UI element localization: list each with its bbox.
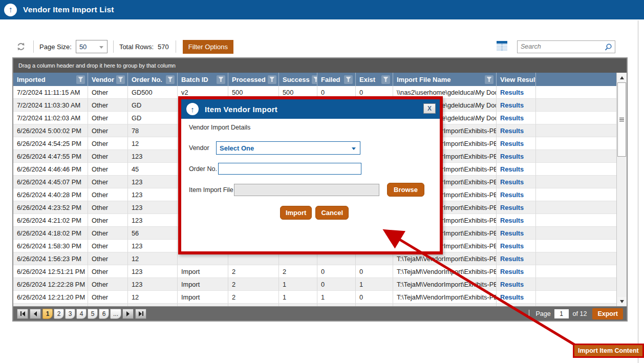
column-header-batch-id[interactable]: Batch ID: [178, 73, 228, 86]
results-link[interactable]: Results: [500, 268, 524, 275]
page-count-label: of 12: [573, 310, 587, 317]
column-header-order-no-[interactable]: Order No.: [128, 73, 178, 86]
column-header-vendor[interactable]: Vendor: [88, 73, 128, 86]
cell-imported: 6/26/2024 4:40:28 PM: [13, 188, 88, 201]
filter-icon[interactable]: [485, 75, 493, 84]
results-link[interactable]: Results: [500, 140, 524, 147]
results-link[interactable]: Results: [500, 114, 524, 122]
table-row[interactable]: 6/26/2024 12:51:21 PMOther123Import2200T…: [13, 265, 616, 278]
results-link[interactable]: Results: [500, 217, 524, 224]
results-link[interactable]: Results: [500, 178, 524, 186]
results-link[interactable]: Results: [500, 165, 524, 173]
results-link[interactable]: Results: [500, 89, 524, 96]
cell-vendor: Other: [88, 240, 128, 252]
scroll-up-icon[interactable]: [617, 73, 627, 82]
cell-order-no: 12: [128, 291, 178, 304]
cell-imported: 6/26/2024 12:22:28 PM: [13, 278, 88, 291]
group-by-bar[interactable]: Drag a column header and drop it here to…: [13, 58, 627, 73]
page-button-4[interactable]: 4: [76, 309, 87, 319]
results-link[interactable]: Results: [500, 204, 524, 211]
page-size-select[interactable]: 50: [76, 40, 108, 53]
cell-view-results: Results: [497, 188, 536, 201]
cell-view-results: Results: [497, 86, 536, 99]
results-link[interactable]: Results: [500, 255, 524, 263]
browse-button[interactable]: Browse: [387, 183, 424, 197]
results-link[interactable]: Results: [500, 101, 524, 109]
filter-icon[interactable]: [116, 75, 125, 84]
page-button-5[interactable]: 5: [88, 309, 98, 319]
order-no-input[interactable]: [218, 163, 361, 175]
toolbar: Page Size: 50 Total Rows: 570 Filter Opt…: [12, 39, 615, 54]
page-button-6[interactable]: 6: [99, 309, 109, 319]
cell-success: 2: [279, 265, 317, 278]
window-right-edge: [638, 20, 638, 363]
cell-exist: 0: [356, 265, 393, 278]
results-link[interactable]: Results: [500, 153, 524, 160]
scrollbar-thumb[interactable]: [617, 82, 626, 157]
next-page-button[interactable]: [122, 309, 134, 319]
export-button[interactable]: Export: [592, 308, 623, 319]
filter-icon[interactable]: [381, 75, 390, 84]
chevron-down-icon: [352, 147, 356, 150]
table-row[interactable]: 6/26/2024 12:22:28 PMOther123Import2101T…: [13, 278, 616, 291]
import-item-content-button[interactable]: Import Item Content: [573, 344, 644, 358]
column-header-failed[interactable]: Failed: [317, 73, 356, 86]
cell-vendor: Other: [88, 214, 128, 227]
results-link[interactable]: Results: [500, 293, 524, 301]
cell-order-no: 78: [128, 124, 178, 137]
first-page-button[interactable]: [17, 309, 28, 319]
vertical-scrollbar[interactable]: [616, 73, 627, 306]
column-header-view-results[interactable]: View Results: [497, 73, 536, 86]
cell-order-no: 123: [128, 265, 178, 278]
filter-icon[interactable]: [312, 75, 317, 84]
cell-order-no: 12: [128, 252, 178, 265]
cancel-button[interactable]: Cancel: [315, 206, 349, 220]
results-link[interactable]: Results: [500, 229, 524, 237]
results-link[interactable]: Results: [500, 191, 524, 199]
results-link[interactable]: Results: [500, 127, 524, 135]
page-button-1[interactable]: 1: [42, 309, 53, 319]
cell-order-no: 123: [128, 176, 178, 188]
filter-icon[interactable]: [76, 75, 85, 84]
dialog-title-bar: ↑ Item Vendor Import X: [181, 99, 440, 119]
column-chooser-icon[interactable]: [496, 40, 508, 53]
close-icon[interactable]: X: [423, 103, 436, 114]
search-icon[interactable]: [604, 43, 612, 53]
import-button[interactable]: Import: [280, 206, 312, 220]
table-row[interactable]: 6/26/2024 12:21:20 PMOther12Import2110T:…: [13, 291, 616, 304]
prev-page-button[interactable]: [30, 309, 41, 319]
page-size-value: 50: [79, 43, 87, 51]
app-header: ↑ Vendor Item Import List: [0, 0, 644, 19]
cell-vendor: Other: [88, 99, 128, 112]
filter-icon[interactable]: [166, 75, 175, 84]
column-header-exist[interactable]: Exist: [356, 73, 393, 86]
results-link[interactable]: Results: [500, 242, 524, 250]
cell-file-name: T:\TejaM\VendorImport\Exhibits-PBI: [393, 265, 497, 278]
page-size-label: Page Size:: [39, 43, 72, 51]
column-header-imported[interactable]: Imported: [13, 73, 88, 86]
last-page-button[interactable]: [135, 309, 146, 319]
cell-order-no: GD: [128, 99, 178, 112]
more-pages-button[interactable]: ...: [110, 309, 121, 319]
search-input[interactable]: [518, 43, 599, 50]
page-number-input[interactable]: [554, 309, 569, 318]
filter-options-button[interactable]: Filter Options: [183, 40, 233, 54]
column-header-import-file-name[interactable]: Import File Name: [393, 73, 497, 86]
cell-vendor: Other: [88, 86, 128, 99]
scroll-down-icon[interactable]: [617, 297, 627, 306]
page-button-3[interactable]: 3: [65, 309, 75, 319]
page-title: Vendor Item Import List: [23, 5, 114, 14]
filter-icon[interactable]: [268, 75, 276, 84]
vendor-select[interactable]: Select One: [216, 141, 360, 155]
filter-icon[interactable]: [344, 75, 353, 84]
refresh-icon[interactable]: [14, 40, 28, 53]
column-header-success[interactable]: Success: [279, 73, 317, 86]
filter-icon[interactable]: [217, 75, 225, 84]
total-rows-label: Total Rows:: [119, 43, 154, 51]
cell-vendor: Other: [88, 112, 128, 124]
column-header-processed[interactable]: Processed: [228, 73, 279, 86]
page-button-2[interactable]: 2: [54, 309, 64, 319]
cell-processed: 2: [228, 291, 279, 304]
results-link[interactable]: Results: [500, 281, 524, 288]
cell-order-no: 123: [128, 201, 178, 214]
